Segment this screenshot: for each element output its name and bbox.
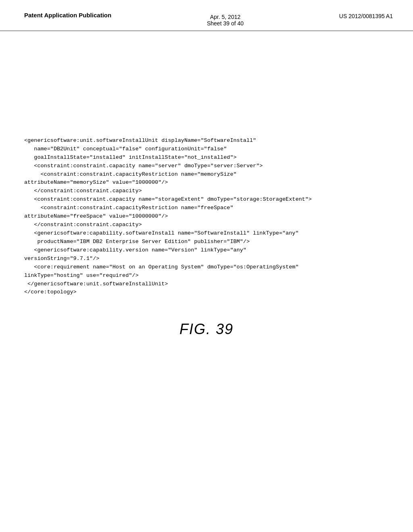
publication-date: Apr. 5, 2012 [210, 14, 241, 20]
patent-application-title: Patent Application Publication [24, 11, 111, 19]
page-header: Patent Application Publication Apr. 5, 2… [0, 0, 413, 31]
code-block: <genericsoftware:unit.softwareInstallUni… [24, 120, 389, 297]
code-line: </constraint:constraint.capacity> [24, 221, 389, 229]
code-line: <constraint:constraint.capacityRestricti… [24, 170, 389, 179]
code-line: <constraint:constraint.capacity name="se… [24, 162, 389, 170]
code-line: <constraint:constraint.capacity name="st… [24, 195, 389, 204]
code-line: </core:topology> [24, 288, 389, 297]
code-line: goalInstallState="installed" initInstall… [24, 154, 389, 162]
code-line: productName="IBM DB2 Enterprise Server E… [24, 238, 389, 246]
figure-label: FIG. 39 [24, 321, 389, 338]
code-line: </genericsoftware:unit.softwareInstallUn… [24, 280, 389, 289]
code-line: <core:requirement name="Host on an Opera… [24, 263, 389, 272]
patent-number: US 2012/0081395 A1 [339, 13, 393, 19]
code-line: attributeName="memorySize" value="100000… [24, 179, 389, 187]
sheet-number: Sheet 39 of 40 [207, 20, 244, 27]
header-center: Apr. 5, 2012 Sheet 39 of 40 [207, 11, 244, 27]
page-container: Patent Application Publication Apr. 5, 2… [0, 0, 413, 532]
main-content: <genericsoftware:unit.softwareInstallUni… [0, 31, 413, 354]
header-left: Patent Application Publication [24, 11, 111, 19]
code-line: attributeName="freeSpace" value="1000000… [24, 212, 389, 221]
code-line: versionString="9.7.1"/> [24, 255, 389, 263]
header-right: US 2012/0081395 A1 [339, 11, 393, 19]
code-line: name="DB2Unit" conceptual="false" config… [24, 145, 389, 154]
code-line: <genericsoftware:unit.softwareInstallUni… [24, 137, 389, 145]
code-line: <constraint:constraint.capacityRestricti… [24, 204, 389, 212]
code-line: linkType="hosting" use="required"/> [24, 272, 389, 280]
code-line: <genericsoftware:capability.version name… [24, 246, 389, 255]
code-line: </constraint:constraint.capacity> [24, 187, 389, 195]
code-line: <genericsoftware:capability.softwareInst… [24, 229, 389, 238]
